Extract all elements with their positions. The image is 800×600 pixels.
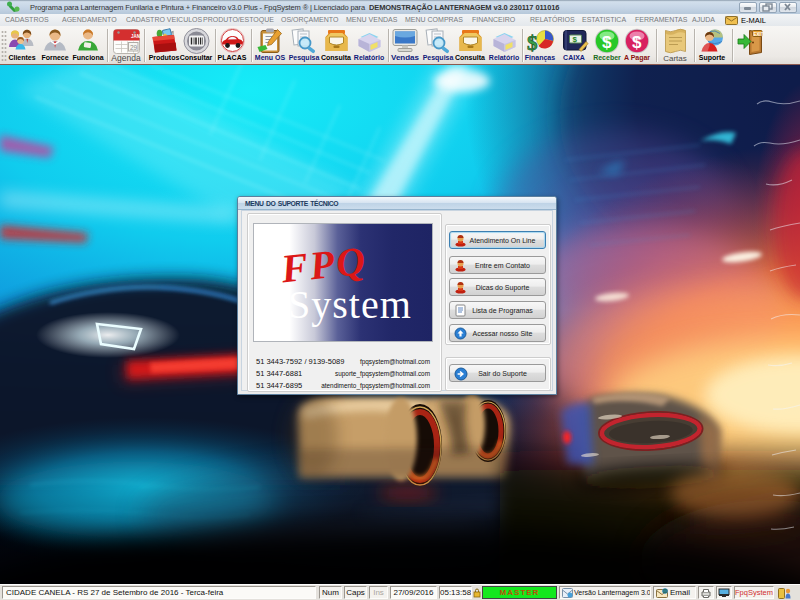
svg-text:$: $ [602, 33, 612, 52]
svg-text:$: $ [632, 33, 642, 52]
svg-text:29: 29 [130, 44, 138, 51]
svg-text:JAN: JAN [131, 34, 140, 39]
svg-text:EXIT: EXIT [753, 32, 763, 37]
svg-text:$: $ [572, 35, 577, 44]
svg-text:$: $ [527, 31, 538, 54]
